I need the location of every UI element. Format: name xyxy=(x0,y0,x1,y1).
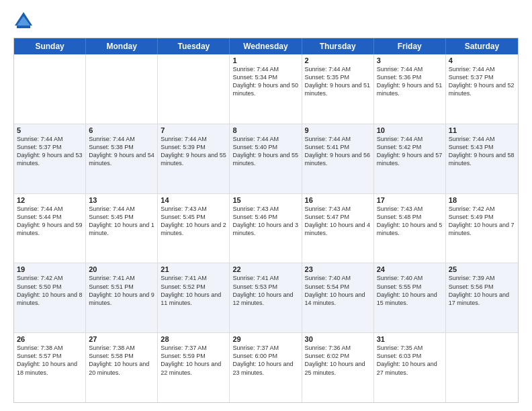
weekday-header-wednesday: Wednesday xyxy=(230,38,302,54)
day-info: Sunrise: 7:44 AM Sunset: 5:37 PM Dayligh… xyxy=(17,135,83,168)
calendar-cell-w5-d3: 28Sunrise: 7:37 AM Sunset: 5:59 PM Dayli… xyxy=(158,333,230,402)
day-info: Sunrise: 7:44 AM Sunset: 5:35 PM Dayligh… xyxy=(305,65,371,98)
day-number: 31 xyxy=(377,335,443,343)
calendar-cell-w3-d7: 18Sunrise: 7:42 AM Sunset: 5:49 PM Dayli… xyxy=(446,194,518,263)
calendar-week-5: 26Sunrise: 7:38 AM Sunset: 5:57 PM Dayli… xyxy=(14,333,518,402)
day-info: Sunrise: 7:44 AM Sunset: 5:40 PM Dayligh… xyxy=(232,135,298,168)
calendar-body: 1Sunrise: 7:44 AM Sunset: 5:34 PM Daylig… xyxy=(14,54,518,402)
calendar-cell-w5-d1: 26Sunrise: 7:38 AM Sunset: 5:57 PM Dayli… xyxy=(14,333,86,402)
day-number: 28 xyxy=(161,335,226,343)
day-info: Sunrise: 7:43 AM Sunset: 5:46 PM Dayligh… xyxy=(232,205,298,238)
calendar-cell-w5-d4: 29Sunrise: 7:37 AM Sunset: 6:00 PM Dayli… xyxy=(230,333,302,402)
weekday-header-monday: Monday xyxy=(86,38,158,54)
day-info: Sunrise: 7:39 AM Sunset: 5:56 PM Dayligh… xyxy=(449,274,515,307)
calendar-week-4: 19Sunrise: 7:42 AM Sunset: 5:50 PM Dayli… xyxy=(14,263,518,333)
day-number: 22 xyxy=(232,265,298,273)
day-info: Sunrise: 7:42 AM Sunset: 5:49 PM Dayligh… xyxy=(449,205,515,238)
calendar-week-3: 12Sunrise: 7:44 AM Sunset: 5:44 PM Dayli… xyxy=(14,194,518,264)
calendar-week-2: 5Sunrise: 7:44 AM Sunset: 5:37 PM Daylig… xyxy=(14,124,518,194)
day-number: 8 xyxy=(232,126,298,134)
day-number: 27 xyxy=(89,335,154,343)
day-info: Sunrise: 7:44 AM Sunset: 5:42 PM Dayligh… xyxy=(377,135,443,168)
day-info: Sunrise: 7:40 AM Sunset: 5:55 PM Dayligh… xyxy=(377,274,443,307)
day-info: Sunrise: 7:35 AM Sunset: 6:03 PM Dayligh… xyxy=(377,344,443,377)
calendar-cell-w2-d7: 11Sunrise: 7:44 AM Sunset: 5:43 PM Dayli… xyxy=(446,124,518,193)
calendar: SundayMondayTuesdayWednesdayThursdayFrid… xyxy=(13,38,519,403)
calendar-cell-w3-d3: 14Sunrise: 7:43 AM Sunset: 5:45 PM Dayli… xyxy=(158,194,230,263)
calendar-cell-w3-d6: 17Sunrise: 7:43 AM Sunset: 5:48 PM Dayli… xyxy=(374,194,446,263)
logo-icon xyxy=(13,11,34,31)
day-number: 25 xyxy=(449,265,515,273)
day-number: 26 xyxy=(17,335,83,343)
day-info: Sunrise: 7:38 AM Sunset: 5:58 PM Dayligh… xyxy=(89,344,154,377)
calendar-cell-w4-d2: 20Sunrise: 7:41 AM Sunset: 5:51 PM Dayli… xyxy=(86,263,158,332)
day-number: 23 xyxy=(305,265,371,273)
day-number: 29 xyxy=(232,335,298,343)
day-info: Sunrise: 7:42 AM Sunset: 5:50 PM Dayligh… xyxy=(17,274,83,307)
day-number: 2 xyxy=(305,56,371,64)
day-info: Sunrise: 7:37 AM Sunset: 6:00 PM Dayligh… xyxy=(232,344,298,377)
day-number: 4 xyxy=(449,56,515,64)
day-number: 17 xyxy=(377,196,443,204)
calendar-cell-w1-d4: 1Sunrise: 7:44 AM Sunset: 5:34 PM Daylig… xyxy=(230,54,302,124)
day-info: Sunrise: 7:44 AM Sunset: 5:38 PM Dayligh… xyxy=(89,135,154,168)
day-info: Sunrise: 7:43 AM Sunset: 5:48 PM Dayligh… xyxy=(377,205,443,238)
day-info: Sunrise: 7:43 AM Sunset: 5:47 PM Dayligh… xyxy=(305,205,371,238)
calendar-cell-w2-d5: 9Sunrise: 7:44 AM Sunset: 5:41 PM Daylig… xyxy=(302,124,374,193)
calendar-cell-w3-d4: 15Sunrise: 7:43 AM Sunset: 5:46 PM Dayli… xyxy=(230,194,302,263)
calendar-cell-w1-d2 xyxy=(86,54,158,124)
day-info: Sunrise: 7:44 AM Sunset: 5:45 PM Dayligh… xyxy=(89,205,154,238)
weekday-header-friday: Friday xyxy=(374,38,446,54)
day-number: 3 xyxy=(377,56,443,64)
day-number: 11 xyxy=(449,126,515,134)
header xyxy=(13,11,519,31)
day-info: Sunrise: 7:44 AM Sunset: 5:41 PM Dayligh… xyxy=(305,135,371,168)
calendar-cell-w4-d4: 22Sunrise: 7:41 AM Sunset: 5:53 PM Dayli… xyxy=(230,263,302,332)
day-number: 12 xyxy=(17,196,83,204)
calendar-week-1: 1Sunrise: 7:44 AM Sunset: 5:34 PM Daylig… xyxy=(14,54,518,124)
weekday-header-thursday: Thursday xyxy=(302,38,374,54)
calendar-cell-w1-d5: 2Sunrise: 7:44 AM Sunset: 5:35 PM Daylig… xyxy=(302,54,374,124)
svg-rect-2 xyxy=(17,26,30,28)
day-number: 20 xyxy=(89,265,154,273)
day-info: Sunrise: 7:44 AM Sunset: 5:43 PM Dayligh… xyxy=(449,135,515,168)
day-number: 30 xyxy=(305,335,371,343)
page: SundayMondayTuesdayWednesdayThursdayFrid… xyxy=(0,0,532,411)
day-info: Sunrise: 7:40 AM Sunset: 5:54 PM Dayligh… xyxy=(305,274,371,307)
day-number: 21 xyxy=(161,265,226,273)
calendar-cell-w1-d3 xyxy=(158,54,230,124)
day-info: Sunrise: 7:44 AM Sunset: 5:39 PM Dayligh… xyxy=(161,135,226,168)
day-info: Sunrise: 7:38 AM Sunset: 5:57 PM Dayligh… xyxy=(17,344,83,377)
day-number: 18 xyxy=(449,196,515,204)
day-number: 10 xyxy=(377,126,443,134)
day-number: 19 xyxy=(17,265,83,273)
day-number: 15 xyxy=(232,196,298,204)
calendar-cell-w5-d5: 30Sunrise: 7:36 AM Sunset: 6:02 PM Dayli… xyxy=(302,333,374,402)
day-number: 1 xyxy=(232,56,298,64)
calendar-cell-w5-d7 xyxy=(446,333,518,402)
weekday-header-sunday: Sunday xyxy=(14,38,86,54)
day-number: 13 xyxy=(89,196,154,204)
calendar-cell-w3-d5: 16Sunrise: 7:43 AM Sunset: 5:47 PM Dayli… xyxy=(302,194,374,263)
calendar-cell-w1-d6: 3Sunrise: 7:44 AM Sunset: 5:36 PM Daylig… xyxy=(374,54,446,124)
calendar-cell-w5-d2: 27Sunrise: 7:38 AM Sunset: 5:58 PM Dayli… xyxy=(86,333,158,402)
day-info: Sunrise: 7:41 AM Sunset: 5:53 PM Dayligh… xyxy=(232,274,298,307)
day-number: 7 xyxy=(161,126,226,134)
day-number: 9 xyxy=(305,126,371,134)
calendar-cell-w4-d3: 21Sunrise: 7:41 AM Sunset: 5:52 PM Dayli… xyxy=(158,263,230,332)
day-number: 5 xyxy=(17,126,83,134)
day-info: Sunrise: 7:44 AM Sunset: 5:36 PM Dayligh… xyxy=(377,65,443,98)
day-number: 16 xyxy=(305,196,371,204)
calendar-cell-w2-d4: 8Sunrise: 7:44 AM Sunset: 5:40 PM Daylig… xyxy=(230,124,302,193)
calendar-cell-w3-d2: 13Sunrise: 7:44 AM Sunset: 5:45 PM Dayli… xyxy=(86,194,158,263)
calendar-cell-w1-d1 xyxy=(14,54,86,124)
calendar-cell-w5-d6: 31Sunrise: 7:35 AM Sunset: 6:03 PM Dayli… xyxy=(374,333,446,402)
day-info: Sunrise: 7:44 AM Sunset: 5:44 PM Dayligh… xyxy=(17,205,83,238)
calendar-cell-w2-d6: 10Sunrise: 7:44 AM Sunset: 5:42 PM Dayli… xyxy=(374,124,446,193)
calendar-header: SundayMondayTuesdayWednesdayThursdayFrid… xyxy=(14,38,518,54)
day-info: Sunrise: 7:41 AM Sunset: 5:52 PM Dayligh… xyxy=(161,274,226,307)
logo xyxy=(13,11,38,31)
calendar-cell-w4-d5: 23Sunrise: 7:40 AM Sunset: 5:54 PM Dayli… xyxy=(302,263,374,332)
day-info: Sunrise: 7:44 AM Sunset: 5:34 PM Dayligh… xyxy=(232,65,298,98)
calendar-cell-w1-d7: 4Sunrise: 7:44 AM Sunset: 5:37 PM Daylig… xyxy=(446,54,518,124)
